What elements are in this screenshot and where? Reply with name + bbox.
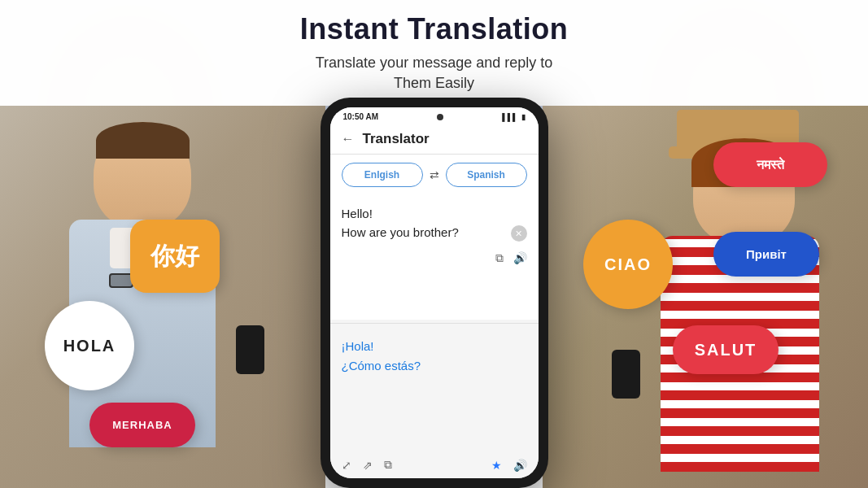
input-area[interactable]: Hello! How are you brother? ✕ ⧉ 🔊	[330, 195, 539, 320]
to-language-button[interactable]: Spanish	[446, 163, 527, 187]
main-title: Instant Translation	[300, 12, 569, 46]
input-actions: ⧉ 🔊	[342, 248, 527, 268]
clear-button[interactable]: ✕	[511, 225, 527, 242]
expand-icon[interactable]: ⤢	[342, 459, 351, 472]
bottom-audio-icon[interactable]: 🔊	[513, 459, 527, 472]
share-icon[interactable]: ⇗	[363, 459, 373, 472]
output-text-line2: ¿Cómo estás?	[342, 356, 527, 376]
sound-icon[interactable]: 🔊	[513, 251, 527, 265]
bottom-action-bar: ⤢ ⇗ ⧉ ★ 🔊	[330, 451, 539, 478]
app-title: Translator	[363, 131, 430, 147]
divider	[330, 323, 539, 324]
app-header: ← Translator	[330, 124, 539, 155]
bubble-merhaba: MERHABA	[89, 403, 195, 447]
bubble-namaste: नमस्ते	[713, 142, 827, 187]
bubble-ciao: CIAO	[583, 220, 673, 309]
back-button[interactable]: ←	[342, 132, 355, 146]
status-icons: ▌▌▌ ▮	[502, 113, 525, 121]
subtitle: Translate your message and reply to Them…	[316, 53, 552, 94]
bubble-hola: HOLA	[45, 301, 134, 390]
time: 10:50 AM	[343, 112, 379, 121]
phone-screen: 10:50 AM ▌▌▌ ▮ ← Translator Enlgish ⇄ Sp…	[330, 107, 539, 478]
header: Instant Translation Translate your messa…	[0, 0, 868, 106]
output-area: ¡Hola! ¿Cómo estás?	[330, 327, 539, 451]
output-text-line1: ¡Hola!	[342, 337, 527, 356]
bubble-salut: SALUT	[673, 325, 779, 374]
battery-icon: ▮	[521, 113, 526, 121]
from-language-button[interactable]: Enlgish	[342, 163, 423, 187]
bubble-privit: Привіт	[713, 232, 819, 277]
input-text: Hello! How are you brother?	[342, 205, 459, 242]
swap-languages-button[interactable]: ⇄	[430, 168, 439, 181]
status-bar: 10:50 AM ▌▌▌ ▮	[330, 107, 539, 124]
bottom-actions-left: ⤢ ⇗ ⧉	[342, 458, 392, 472]
phone-mockup: 10:50 AM ▌▌▌ ▮ ← Translator Enlgish ⇄ Sp…	[321, 98, 548, 488]
bottom-copy-icon[interactable]: ⧉	[384, 458, 392, 472]
favorite-icon[interactable]: ★	[491, 459, 502, 472]
signal-icon: ▌▌▌	[502, 113, 517, 121]
camera-notch	[437, 114, 443, 120]
bottom-actions-right: ★ 🔊	[491, 459, 527, 472]
copy-icon[interactable]: ⧉	[495, 251, 504, 265]
bubble-nihao: 你好	[130, 220, 220, 293]
phone-body: 10:50 AM ▌▌▌ ▮ ← Translator Enlgish ⇄ Sp…	[321, 98, 548, 488]
language-bar: Enlgish ⇄ Spanish	[330, 155, 539, 195]
